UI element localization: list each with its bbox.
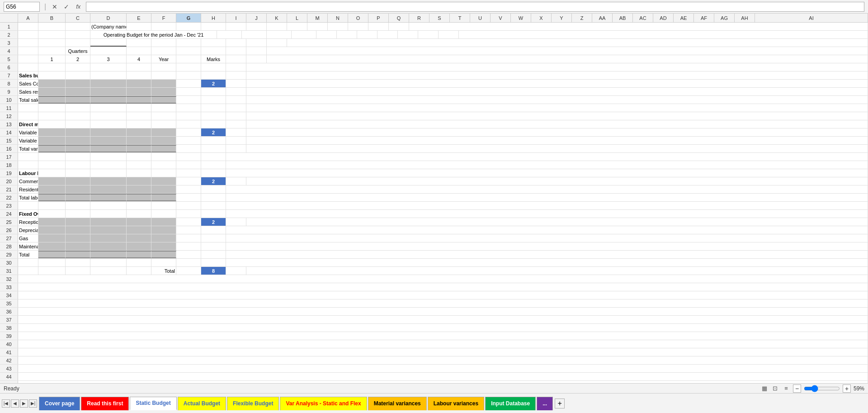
table-row: 21 Residential: [0, 185, 868, 194]
var-costs-commercial[interactable]: Variable costs commercial: [18, 128, 38, 136]
col-header-AI[interactable]: AI: [755, 14, 868, 22]
company-name[interactable]: (Company name): [90, 23, 127, 30]
col-header-C[interactable]: C: [66, 14, 90, 22]
direct-material-label[interactable]: Direct material budget: [18, 120, 38, 128]
col-header-M[interactable]: M: [307, 14, 328, 22]
table-row: 7 Sales budget: [0, 71, 868, 80]
table-row: 30: [0, 259, 868, 267]
col-header-Y[interactable]: Y: [552, 14, 572, 22]
zoom-slider[interactable]: [804, 385, 840, 391]
table-row: 40: [0, 340, 868, 348]
var-costs-residential[interactable]: Variable costs residential: [18, 137, 38, 144]
page-break-icon[interactable]: ≡: [782, 385, 790, 391]
col-header-R[interactable]: R: [409, 14, 429, 22]
total-labour-label[interactable]: Total labour: [18, 194, 38, 201]
formula-input[interactable]: [86, 2, 864, 12]
table-row: 44: [0, 373, 868, 381]
table-row: 37: [0, 316, 868, 324]
col-header-B[interactable]: B: [38, 14, 66, 22]
col-header-AB[interactable]: AB: [613, 14, 633, 22]
col-header-Q[interactable]: Q: [389, 14, 409, 22]
col-header-V[interactable]: V: [491, 14, 511, 22]
col-header-AG[interactable]: AG: [714, 14, 735, 22]
sales-residential-label[interactable]: Sales residential: [18, 88, 38, 95]
marks-row8[interactable]: 2: [201, 80, 226, 87]
total-variable-costs[interactable]: Total variable costs: [18, 145, 38, 152]
col-header-AH[interactable]: AH: [735, 14, 755, 22]
gas-label[interactable]: Gas: [18, 234, 38, 242]
col-header-W[interactable]: W: [511, 14, 531, 22]
col-header-AC[interactable]: AC: [633, 14, 653, 22]
col-header-AE[interactable]: AE: [674, 14, 694, 22]
marks-row25[interactable]: 2: [201, 218, 226, 226]
formula-bar: G56 | ✕ ✓ fx: [0, 0, 868, 14]
table-row: 17: [0, 153, 868, 161]
zoom-out-button[interactable]: −: [793, 385, 801, 391]
total-marks[interactable]: 8: [201, 267, 226, 275]
page-layout-icon[interactable]: ⊡: [771, 385, 779, 391]
commercial-label[interactable]: Commercial: [18, 177, 38, 185]
column-headers: A B C D E F G H I J K L M N O P Q R S T …: [0, 14, 868, 23]
col-header-O[interactable]: O: [348, 14, 368, 22]
receptionist-label[interactable]: Receptionist: [18, 218, 38, 226]
col-header-T[interactable]: T: [450, 14, 470, 22]
fx-label: fx: [74, 3, 82, 10]
residential-label[interactable]: Residential: [18, 185, 38, 193]
col-header-A[interactable]: A: [18, 14, 38, 22]
col-header-E[interactable]: E: [127, 14, 151, 22]
table-row: 41: [0, 348, 868, 356]
col-header-J[interactable]: J: [246, 14, 267, 22]
table-row: 13 Direct material budget: [0, 120, 868, 128]
col-header-N[interactable]: N: [328, 14, 348, 22]
status-bar: Ready ▦ ⊡ ≡ − + 59%: [0, 383, 868, 390]
table-row: 34: [0, 291, 868, 299]
table-row: 28 Maintenance: [0, 242, 868, 251]
marks-row20[interactable]: 2: [201, 177, 226, 185]
col-header-H[interactable]: H: [201, 14, 226, 22]
total-sales-label[interactable]: Total sales: [18, 96, 38, 104]
confirm-button[interactable]: ✓: [62, 3, 71, 10]
col-header-X[interactable]: X: [531, 14, 552, 22]
table-row: 4 Quarters: [0, 47, 868, 55]
table-row: 3: [0, 39, 868, 47]
zoom-in-button[interactable]: +: [843, 385, 851, 391]
col-header-P[interactable]: P: [368, 14, 389, 22]
quarters-label[interactable]: Quarters: [66, 47, 90, 55]
formula-divider: |: [43, 3, 47, 11]
table-row: 6: [0, 63, 868, 71]
col-header-AA[interactable]: AA: [592, 14, 613, 22]
total-row-label[interactable]: Total: [151, 267, 176, 275]
maintenance-label[interactable]: Maintenance: [18, 242, 38, 250]
col-header-D[interactable]: D: [90, 14, 127, 22]
marks-header[interactable]: Marks: [201, 55, 226, 63]
col-header-U[interactable]: U: [470, 14, 491, 22]
table-row: 26 Depreciation: [0, 226, 868, 234]
col-header-L[interactable]: L: [287, 14, 307, 22]
normal-view-icon[interactable]: ▦: [760, 385, 769, 391]
col-header-AF[interactable]: AF: [694, 14, 714, 22]
labour-budget-label[interactable]: Labour budget: [18, 169, 38, 177]
marks-row14[interactable]: 2: [201, 128, 226, 136]
col-header-K[interactable]: K: [267, 14, 287, 22]
col-header-AD[interactable]: AD: [653, 14, 674, 22]
col-header-Z[interactable]: Z: [572, 14, 592, 22]
sales-budget-label[interactable]: Sales budget: [18, 71, 38, 79]
table-row: 22 Total labour: [0, 194, 868, 202]
depreciation-label[interactable]: Depreciation: [18, 226, 38, 234]
col-header-I[interactable]: I: [226, 14, 246, 22]
table-row: 8 Sales Commercial 2: [0, 80, 868, 88]
col-header-S[interactable]: S: [429, 14, 450, 22]
fixed-overhead-label[interactable]: Fixed Overhead:: [18, 210, 38, 218]
sales-commercial-label[interactable]: Sales Commercial: [18, 80, 38, 87]
col-header-F[interactable]: F: [151, 14, 176, 22]
col-header-G[interactable]: G: [176, 14, 201, 22]
total-fixed-label[interactable]: Total: [18, 251, 38, 258]
zoom-level: 59%: [854, 385, 864, 391]
table-row: 29 Total: [0, 251, 868, 259]
table-row: 39: [0, 332, 868, 340]
table-row: 42: [0, 356, 868, 365]
table-row: 2 Operating Budget for the period Jan - …: [0, 31, 868, 39]
budget-title[interactable]: Operating Budget for the period Jan - De…: [90, 31, 217, 38]
cancel-button[interactable]: ✕: [51, 3, 59, 10]
name-box[interactable]: G56: [4, 2, 40, 12]
